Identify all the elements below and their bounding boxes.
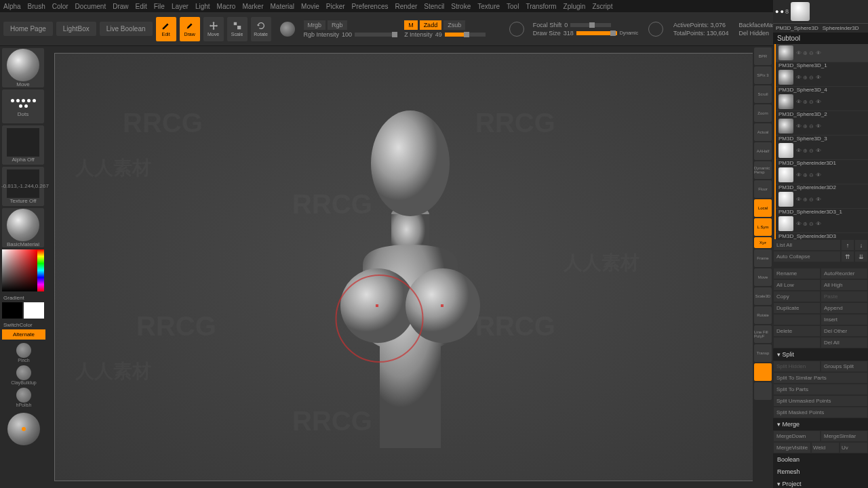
collapse-down-icon[interactable]: ⇊ — [854, 251, 868, 262]
focal-shift-slider[interactable] — [570, 23, 611, 27]
local-button[interactable]: Local — [754, 199, 772, 217]
menu-stencil[interactable]: Stencil — [424, 3, 444, 10]
gyro-icon[interactable] — [648, 22, 663, 37]
menu-brush[interactable]: Brush — [28, 3, 45, 10]
move-mode-button[interactable]: Move — [203, 17, 224, 41]
menu-preferences[interactable]: Preferences — [352, 3, 389, 10]
del-all-button[interactable]: Del All — [821, 337, 868, 348]
brush-pinch[interactable]: Pinch — [2, 343, 45, 363]
menu-zscript[interactable]: Zscript — [592, 3, 612, 10]
subtool-item[interactable]: 👁 ⊕ ⊖ 👁 — [776, 142, 868, 160]
xyz-button[interactable]: Xyz — [754, 237, 772, 248]
arrow-up-icon[interactable]: ↑ — [841, 239, 854, 251]
viewport[interactable]: RRCG RRCG RRCG RRCG RRCG RRCG 人人素材 人人素材 … — [54, 53, 766, 481]
subtool-visibility-icons[interactable]: 👁 ⊕ ⊖ 👁 — [796, 50, 821, 56]
menu-layer[interactable]: Layer — [172, 3, 189, 10]
split-unmasked-button[interactable]: Split Unmasked Points — [773, 395, 868, 407]
menu-color[interactable]: Color — [52, 3, 68, 10]
menu-zplugin[interactable]: Zplugin — [564, 3, 586, 10]
material-preview-icon[interactable] — [280, 22, 295, 37]
split-similar-button[interactable]: Split To Similar Parts — [773, 372, 868, 384]
menu-marker[interactable]: Marker — [242, 3, 263, 10]
subtool-item[interactable]: 👁 ⊕ ⊖ 👁 — [776, 166, 868, 184]
del-hidden-button[interactable]: Del Hidden — [739, 30, 770, 37]
copy-button[interactable]: Copy — [773, 291, 821, 302]
draw-size-slider[interactable] — [576, 31, 617, 35]
bpr-button[interactable]: BPR — [754, 47, 772, 65]
subtool-visibility-icons[interactable]: 👁 ⊕ ⊖ 👁 — [796, 99, 821, 105]
list-all-button[interactable]: List All — [773, 239, 841, 251]
misc-button[interactable] — [754, 382, 772, 400]
duplicate-button[interactable]: Duplicate — [773, 302, 821, 314]
rotate-view-button[interactable]: Rotate — [754, 306, 772, 324]
boolean-section[interactable]: Boolean — [773, 453, 868, 466]
auto-collapse-button[interactable]: Auto Collapse — [773, 251, 841, 262]
subtool-visibility-icons[interactable]: 👁 ⊕ ⊖ 👁 — [796, 148, 821, 154]
m-button[interactable]: M — [404, 20, 418, 30]
brush-selector[interactable]: Move — [2, 48, 44, 87]
menu-draw[interactable]: Draw — [113, 3, 128, 10]
alpha-selector[interactable]: Alpha Off — [2, 125, 44, 165]
tool-thumb[interactable] — [791, 2, 810, 21]
rgb-button[interactable]: Rgb — [328, 20, 347, 30]
home-page-tab[interactable]: Home Page — [3, 22, 53, 36]
menu-stroke[interactable]: Stroke — [451, 3, 471, 10]
merge-similar-button[interactable]: MergeSimilar — [821, 430, 868, 442]
menu-light[interactable]: Light — [195, 3, 210, 10]
subtool-visibility-icons[interactable]: 👁 ⊕ ⊖ 👁 — [796, 123, 821, 129]
aahalf-button[interactable]: AAHalf — [754, 142, 772, 160]
insert-button[interactable]: Insert — [821, 314, 868, 325]
subtool-visibility-icons[interactable]: 👁 ⊕ ⊖ 👁 — [796, 221, 821, 227]
menu-macro[interactable]: Macro — [217, 3, 236, 10]
brush-preview-sphere[interactable] — [7, 413, 40, 445]
brush-clay[interactable]: ClayBuildup — [2, 365, 45, 385]
merge-section[interactable]: ▾ Merge — [773, 418, 868, 430]
collapse-up-icon[interactable]: ⇈ — [841, 251, 854, 262]
subtool-item[interactable]: 👁 ⊕ ⊖ 👁 — [776, 190, 868, 209]
subtool-visibility-icons[interactable]: 👁 ⊕ ⊖ 👁 — [796, 75, 821, 81]
menu-document[interactable]: Document — [75, 3, 106, 10]
menu-alpha[interactable]: Alpha — [3, 3, 21, 10]
floor-button[interactable]: Floor — [754, 180, 772, 198]
subtool-visibility-icons[interactable]: 👁 ⊕ ⊖ 👁 — [796, 172, 821, 178]
zoom-button[interactable]: Zoom — [754, 104, 772, 122]
lightbox-tab[interactable]: LightBox — [56, 22, 96, 36]
all-low-button[interactable]: All Low — [773, 279, 821, 291]
project-section[interactable]: ▾ Project — [773, 478, 868, 488]
split-masked-button[interactable]: Split Masked Points — [773, 407, 868, 418]
menu-edit[interactable]: Edit — [136, 3, 147, 10]
menu-texture[interactable]: Texture — [477, 3, 500, 10]
live-boolean-tab[interactable]: Live Boolean — [100, 22, 153, 36]
brush-hpolish[interactable]: hPolish — [2, 388, 45, 407]
move-view-button[interactable]: Move — [754, 268, 772, 286]
autoreorder-button[interactable]: AutoReorder — [821, 268, 868, 279]
uv-button[interactable]: Uv — [840, 442, 868, 453]
menu-movie[interactable]: Movie — [301, 3, 319, 10]
dynamic-label[interactable]: Dynamic — [620, 30, 638, 35]
remesh-section[interactable]: Remesh — [773, 466, 868, 478]
subtool-title[interactable]: Subtool — [773, 33, 868, 44]
edit-mode-button[interactable]: Edit — [156, 17, 176, 41]
split-section[interactable]: ▾ Split — [773, 348, 868, 361]
mrgb-button[interactable]: Mrgb — [304, 20, 326, 30]
subtool-item[interactable]: 👁 ⊕ ⊖ 👁 — [776, 93, 868, 111]
spix-button[interactable]: SPix 3 — [754, 66, 772, 84]
merge-down-button[interactable]: MergeDown — [773, 430, 821, 442]
split-hidden-button[interactable]: Split Hidden — [773, 361, 821, 372]
stroke-selector[interactable]: Dots — [2, 89, 44, 123]
focal-icon[interactable] — [509, 22, 524, 37]
subtool-visibility-icons[interactable]: 👁 ⊕ ⊖ 👁 — [796, 197, 821, 203]
scale-view-button[interactable]: Scale3D — [754, 287, 772, 305]
actual-button[interactable]: Actual — [754, 123, 772, 141]
zadd-button[interactable]: Zadd — [420, 20, 442, 30]
active-tool-button[interactable] — [754, 363, 772, 381]
all-high-button[interactable]: All High — [821, 279, 868, 291]
subtool-item[interactable]: 👁 ⊕ ⊖ 👁 — [776, 215, 868, 233]
menu-tool[interactable]: Tool — [507, 3, 519, 10]
menu-file[interactable]: File — [154, 3, 165, 10]
subtool-item[interactable]: 👁 ⊕ ⊖ 👁 — [776, 117, 868, 136]
zsub-button[interactable]: Zsub — [443, 20, 465, 30]
groups-split-button[interactable]: Groups Split — [821, 361, 868, 372]
rename-button[interactable]: Rename — [773, 268, 821, 279]
scroll-button[interactable]: Scroll — [754, 85, 772, 103]
